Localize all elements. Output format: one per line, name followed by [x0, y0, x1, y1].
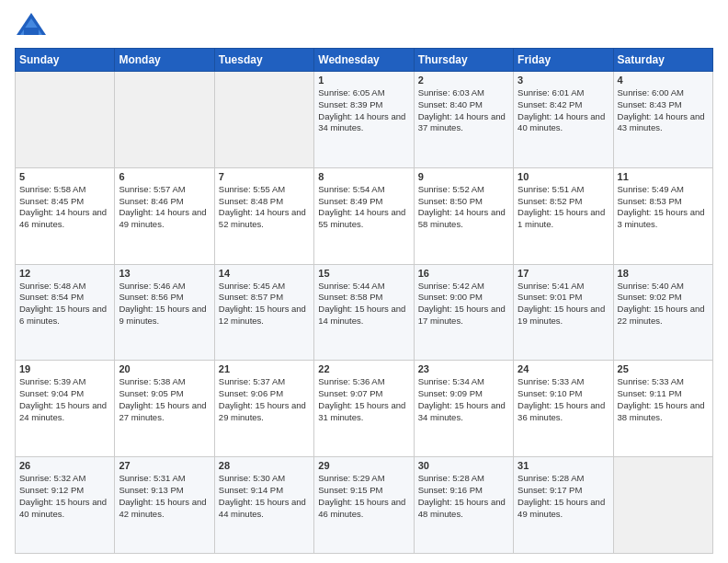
calendar-cell: [214, 72, 313, 168]
day-number: 20: [119, 363, 210, 374]
cell-content: Sunrise: 5:33 AM Sunset: 9:11 PM Dayligh…: [618, 376, 709, 423]
cell-content: Sunrise: 5:29 AM Sunset: 9:15 PM Dayligh…: [318, 473, 409, 520]
day-number: 21: [219, 363, 310, 374]
cell-content: Sunrise: 5:52 AM Sunset: 8:50 PM Dayligh…: [418, 184, 509, 231]
day-number: 31: [518, 460, 609, 471]
day-number: 25: [618, 363, 709, 374]
col-header-saturday: Saturday: [613, 49, 712, 72]
calendar-cell: 2Sunrise: 6:03 AM Sunset: 8:40 PM Daylig…: [414, 72, 513, 168]
col-header-wednesday: Wednesday: [314, 49, 414, 72]
cell-content: Sunrise: 6:05 AM Sunset: 8:39 PM Dayligh…: [318, 87, 409, 134]
cell-content: Sunrise: 5:45 AM Sunset: 8:57 PM Dayligh…: [219, 281, 310, 327]
cell-content: Sunrise: 5:36 AM Sunset: 9:07 PM Dayligh…: [318, 376, 409, 423]
week-row-4: 26Sunrise: 5:32 AM Sunset: 9:12 PM Dayli…: [16, 457, 713, 554]
calendar-cell: 29Sunrise: 5:29 AM Sunset: 9:15 PM Dayli…: [314, 457, 414, 554]
day-number: 24: [518, 363, 609, 374]
col-header-monday: Monday: [115, 49, 214, 72]
day-number: 30: [418, 460, 509, 471]
calendar-cell: 21Sunrise: 5:37 AM Sunset: 9:06 PM Dayli…: [214, 361, 313, 457]
cell-content: Sunrise: 5:31 AM Sunset: 9:13 PM Dayligh…: [119, 473, 210, 520]
week-row-1: 5Sunrise: 5:58 AM Sunset: 8:45 PM Daylig…: [16, 167, 713, 264]
page: SundayMondayTuesdayWednesdayThursdayFrid…: [0, 0, 728, 563]
calendar-cell: 30Sunrise: 5:28 AM Sunset: 9:16 PM Dayli…: [414, 457, 513, 554]
calendar-cell: 28Sunrise: 5:30 AM Sunset: 9:14 PM Dayli…: [214, 457, 313, 554]
calendar-cell: 5Sunrise: 5:58 AM Sunset: 8:45 PM Daylig…: [16, 167, 115, 264]
calendar-cell: 15Sunrise: 5:44 AM Sunset: 8:58 PM Dayli…: [314, 264, 414, 361]
calendar-cell: 17Sunrise: 5:41 AM Sunset: 9:01 PM Dayli…: [514, 264, 613, 361]
logo-icon: [15, 9, 48, 42]
day-number: 15: [318, 268, 409, 279]
cell-content: Sunrise: 5:51 AM Sunset: 8:52 PM Dayligh…: [518, 184, 609, 231]
col-header-tuesday: Tuesday: [214, 49, 313, 72]
cell-content: Sunrise: 5:34 AM Sunset: 9:09 PM Dayligh…: [418, 376, 509, 423]
calendar-cell: 27Sunrise: 5:31 AM Sunset: 9:13 PM Dayli…: [115, 457, 214, 554]
cell-content: Sunrise: 5:55 AM Sunset: 8:48 PM Dayligh…: [219, 184, 310, 231]
calendar-cell: 13Sunrise: 5:46 AM Sunset: 8:56 PM Dayli…: [115, 264, 214, 361]
calendar-cell: 3Sunrise: 6:01 AM Sunset: 8:42 PM Daylig…: [514, 72, 613, 168]
day-number: 8: [318, 171, 409, 182]
day-number: 23: [418, 363, 509, 374]
svg-rect-2: [24, 28, 39, 35]
cell-content: Sunrise: 5:38 AM Sunset: 9:05 PM Dayligh…: [119, 376, 210, 423]
week-row-0: 1Sunrise: 6:05 AM Sunset: 8:39 PM Daylig…: [16, 72, 713, 168]
calendar-cell: 14Sunrise: 5:45 AM Sunset: 8:57 PM Dayli…: [214, 264, 313, 361]
day-number: 11: [618, 171, 709, 182]
calendar-cell: 16Sunrise: 5:42 AM Sunset: 9:00 PM Dayli…: [414, 264, 513, 361]
calendar-cell: 24Sunrise: 5:33 AM Sunset: 9:10 PM Dayli…: [514, 361, 613, 457]
cell-content: Sunrise: 5:33 AM Sunset: 9:10 PM Dayligh…: [518, 376, 609, 423]
calendar-cell: 11Sunrise: 5:49 AM Sunset: 8:53 PM Dayli…: [613, 167, 712, 264]
calendar-cell: 23Sunrise: 5:34 AM Sunset: 9:09 PM Dayli…: [414, 361, 513, 457]
calendar-cell: 20Sunrise: 5:38 AM Sunset: 9:05 PM Dayli…: [115, 361, 214, 457]
cell-content: Sunrise: 5:41 AM Sunset: 9:01 PM Dayligh…: [518, 281, 609, 327]
cell-content: Sunrise: 5:32 AM Sunset: 9:12 PM Dayligh…: [19, 473, 110, 520]
calendar-cell: 22Sunrise: 5:36 AM Sunset: 9:07 PM Dayli…: [314, 361, 414, 457]
day-number: 29: [318, 460, 409, 471]
day-number: 26: [19, 460, 110, 471]
cell-content: Sunrise: 5:30 AM Sunset: 9:14 PM Dayligh…: [219, 473, 310, 520]
logo: [15, 9, 51, 42]
day-number: 2: [418, 75, 509, 86]
cell-content: Sunrise: 5:42 AM Sunset: 9:00 PM Dayligh…: [418, 281, 509, 327]
calendar-cell: 25Sunrise: 5:33 AM Sunset: 9:11 PM Dayli…: [613, 361, 712, 457]
day-number: 27: [119, 460, 210, 471]
calendar-cell: 8Sunrise: 5:54 AM Sunset: 8:49 PM Daylig…: [314, 167, 414, 264]
calendar-cell: 31Sunrise: 5:28 AM Sunset: 9:17 PM Dayli…: [514, 457, 613, 554]
col-header-thursday: Thursday: [414, 49, 513, 72]
day-number: 1: [318, 75, 409, 86]
day-number: 19: [19, 363, 110, 374]
day-number: 28: [219, 460, 310, 471]
calendar-cell: 7Sunrise: 5:55 AM Sunset: 8:48 PM Daylig…: [214, 167, 313, 264]
calendar-cell: 4Sunrise: 6:00 AM Sunset: 8:43 PM Daylig…: [613, 72, 712, 168]
cell-content: Sunrise: 5:54 AM Sunset: 8:49 PM Dayligh…: [318, 184, 409, 231]
day-number: 4: [618, 75, 709, 86]
day-number: 7: [219, 171, 310, 182]
day-number: 13: [119, 268, 210, 279]
cell-content: Sunrise: 5:46 AM Sunset: 8:56 PM Dayligh…: [119, 281, 210, 327]
header-row: SundayMondayTuesdayWednesdayThursdayFrid…: [16, 49, 713, 72]
calendar-cell: 19Sunrise: 5:39 AM Sunset: 9:04 PM Dayli…: [16, 361, 115, 457]
week-row-2: 12Sunrise: 5:48 AM Sunset: 8:54 PM Dayli…: [16, 264, 713, 361]
cell-content: Sunrise: 5:28 AM Sunset: 9:16 PM Dayligh…: [418, 473, 509, 520]
day-number: 3: [518, 75, 609, 86]
calendar-cell: [613, 457, 712, 554]
day-number: 22: [318, 363, 409, 374]
calendar-cell: [115, 72, 214, 168]
cell-content: Sunrise: 5:39 AM Sunset: 9:04 PM Dayligh…: [19, 376, 110, 423]
cell-content: Sunrise: 5:28 AM Sunset: 9:17 PM Dayligh…: [518, 473, 609, 520]
cell-content: Sunrise: 5:57 AM Sunset: 8:46 PM Dayligh…: [119, 184, 210, 231]
day-number: 16: [418, 268, 509, 279]
day-number: 9: [418, 171, 509, 182]
day-number: 14: [219, 268, 310, 279]
cell-content: Sunrise: 6:00 AM Sunset: 8:43 PM Dayligh…: [618, 87, 709, 134]
day-number: 6: [119, 171, 210, 182]
col-header-friday: Friday: [514, 49, 613, 72]
calendar-cell: 18Sunrise: 5:40 AM Sunset: 9:02 PM Dayli…: [613, 264, 712, 361]
cell-content: Sunrise: 6:01 AM Sunset: 8:42 PM Dayligh…: [518, 87, 609, 134]
cell-content: Sunrise: 6:03 AM Sunset: 8:40 PM Dayligh…: [418, 87, 509, 134]
day-number: 17: [518, 268, 609, 279]
calendar-table: SundayMondayTuesdayWednesdayThursdayFrid…: [15, 48, 713, 554]
day-number: 12: [19, 268, 110, 279]
week-row-3: 19Sunrise: 5:39 AM Sunset: 9:04 PM Dayli…: [16, 361, 713, 457]
day-number: 5: [19, 171, 110, 182]
calendar-cell: 6Sunrise: 5:57 AM Sunset: 8:46 PM Daylig…: [115, 167, 214, 264]
